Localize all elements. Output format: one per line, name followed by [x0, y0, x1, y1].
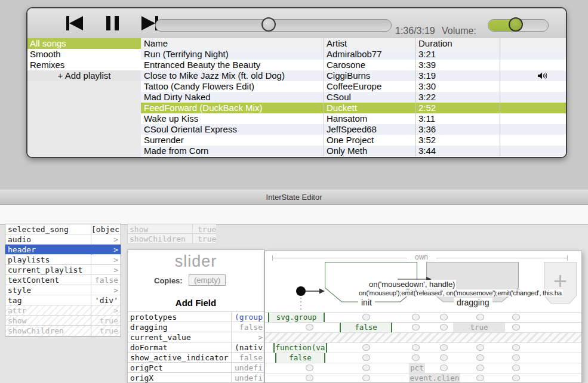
transition-mouseup-mousemove[interactable]: on('mouseup');emit('released', on('mouse…: [358, 289, 563, 296]
grid-slot[interactable]: [412, 324, 420, 331]
column-header-artist[interactable]: Artist: [324, 38, 416, 49]
grid-slot[interactable]: [440, 314, 448, 320]
skip-previous-icon[interactable]: [64, 16, 85, 31]
grid-slot[interactable]: [362, 354, 370, 361]
tree-item-audio[interactable]: audio>: [5, 234, 121, 245]
grid-slot[interactable]: [440, 365, 448, 371]
field-origPct[interactable]: origPctundefi: [128, 362, 264, 372]
grid-slot[interactable]: [512, 324, 520, 331]
tree-item-current_playlist[interactable]: current_playlist>: [5, 265, 121, 275]
tree-item-header[interactable]: header>: [5, 245, 121, 255]
table-row[interactable]: Entranced Beauty the BeautyCarosone3:39: [141, 60, 566, 70]
table-row[interactable]: Made from CornOnly Meth3:44: [141, 146, 566, 156]
column-header-name[interactable]: Name: [141, 38, 324, 49]
song-extra-cell: [500, 103, 566, 113]
table-row[interactable]: Run (Terrifying Night)Admiralbob773:21: [141, 49, 566, 60]
table-row[interactable]: Wake up KissHansatom3:11: [141, 113, 566, 124]
volume-slider-thumb[interactable]: [509, 17, 523, 32]
grid-slot[interactable]: [440, 354, 448, 361]
now-playing-speaker-icon: [537, 72, 547, 80]
song-duration-cell: 2:52: [416, 103, 500, 113]
tree-item-name: style: [5, 285, 91, 295]
song-table: Name Artist Duration Run (Terrifying Nig…: [141, 38, 566, 157]
field-prototypes[interactable]: prototypes(group: [128, 311, 264, 322]
grid-slot[interactable]: [412, 354, 420, 361]
copies-value[interactable]: (empty): [189, 274, 226, 286]
grid-slot[interactable]: [476, 375, 484, 381]
song-duration-cell: 3:22: [416, 92, 500, 103]
grid-slot[interactable]: [476, 365, 484, 371]
grid-value-prototypes[interactable]: svg.group: [268, 313, 325, 322]
grid-value-dragging[interactable]: true: [453, 323, 505, 332]
tree-item-style[interactable]: style>: [5, 285, 121, 295]
grid-slot[interactable]: [476, 344, 484, 351]
seek-slider-thumb[interactable]: [261, 17, 276, 32]
table-row[interactable]: Mad Dirty NakedCSoul3:22: [141, 92, 566, 103]
grid-slot[interactable]: [412, 344, 420, 351]
transition-mousedown[interactable]: on('mousedown', handle): [368, 280, 456, 289]
grid-slot[interactable]: [512, 344, 520, 351]
ghost-item-value: true: [192, 224, 216, 234]
song-extra-cell: [500, 60, 566, 70]
editor-title-bar[interactable]: InterState Editor: [0, 190, 588, 205]
field-value: undefi: [231, 363, 264, 373]
editor-body: selected_song[objecaudio>header>playlist…: [0, 205, 588, 383]
grid-slot[interactable]: [440, 344, 448, 351]
grid-value-doFormat[interactable]: function(va: [273, 343, 327, 353]
table-row[interactable]: SurrenderOne Project3:52: [141, 135, 566, 146]
sidebar-item-smooth[interactable]: Smooth: [27, 49, 141, 60]
table-row[interactable]: Close to Mike Jazz Mix (ft. old Dog)Cigg…: [141, 70, 566, 81]
grid-slot[interactable]: [440, 324, 448, 331]
grid-value-dragging[interactable]: false: [340, 323, 392, 332]
grid-slot[interactable]: [476, 314, 484, 320]
sidebar-item-remixes[interactable]: Remixes: [27, 60, 141, 70]
grid-slot[interactable]: [512, 375, 520, 381]
field-value: false: [231, 353, 264, 363]
field-origX[interactable]: origXundefi: [128, 372, 264, 382]
song-artist-cell: CiggiBurns: [324, 70, 416, 81]
grid-value-origPct[interactable]: pct: [409, 363, 425, 373]
grid-slot[interactable]: [306, 365, 313, 371]
table-row[interactable]: CSoul Oriental ExpressJeffSpeed683:36: [141, 124, 566, 135]
song-duration-cell: 3:21: [416, 49, 500, 60]
table-row[interactable]: Tattoo (Candy Flowers Edit)CoffeeEurope3…: [141, 81, 566, 92]
field-current_value[interactable]: current_value>: [128, 332, 264, 342]
grid-slot[interactable]: [476, 354, 484, 361]
grid-slot[interactable]: [362, 314, 370, 320]
grid-value-show_active_indicator[interactable]: false: [275, 353, 325, 363]
tree-item-selected_song[interactable]: selected_song[objec: [5, 224, 121, 234]
song-duration-cell: 3:30: [416, 81, 500, 92]
column-header-duration[interactable]: Duration: [416, 38, 500, 49]
grid-slot[interactable]: [362, 344, 370, 351]
field-show_active_indicator[interactable]: show_active_indicatorfalse: [128, 352, 264, 362]
grid-value-origX[interactable]: event.clien: [409, 373, 460, 383]
tree-item-playlists[interactable]: playlists>: [5, 255, 121, 265]
tree-item-textContent[interactable]: textContentfalse: [5, 275, 121, 285]
grid-slot[interactable]: [512, 365, 520, 371]
tree-item-show[interactable]: showtrue: [5, 316, 121, 326]
transition-mouseup[interactable]: on('mouseup');emit('released',: [359, 289, 447, 296]
grid-slot[interactable]: [512, 354, 520, 361]
table-header-row: Name Artist Duration: [141, 38, 566, 49]
grid-slot[interactable]: [362, 375, 370, 381]
grid-slot[interactable]: [412, 314, 420, 320]
grid-slot[interactable]: [512, 314, 520, 320]
tree-item-tag[interactable]: tag'div': [5, 295, 121, 305]
statechart-panel: own + init dragging on('mouse: [264, 251, 582, 383]
add-playlist-button[interactable]: + Add playlist: [27, 70, 141, 81]
ghost-item-name: show: [130, 224, 148, 234]
field-dragging[interactable]: draggingfalse: [128, 322, 264, 332]
transition-mousemove[interactable]: on('mousemove');emit('changed', this.ha: [447, 289, 562, 296]
sidebar-item-all-songs[interactable]: All songs: [27, 38, 141, 49]
song-extra-cell: [500, 146, 566, 156]
add-field-button[interactable]: Add Field: [128, 298, 264, 308]
field-doFormat[interactable]: doFormat(nativ: [128, 342, 264, 352]
tree-item-attr[interactable]: attr>: [5, 305, 121, 316]
tree-item-showChildren[interactable]: showChildrentrue: [5, 326, 121, 336]
ghost-item-showChildren: showChildrentrue: [127, 234, 216, 244]
grid-slot[interactable]: [362, 365, 370, 371]
grid-slot[interactable]: [306, 324, 313, 331]
table-row[interactable]: FeedForward (DuckBack Mix)Duckett2:52: [141, 103, 566, 113]
pause-icon[interactable]: [103, 16, 123, 31]
grid-slot[interactable]: [306, 375, 313, 381]
